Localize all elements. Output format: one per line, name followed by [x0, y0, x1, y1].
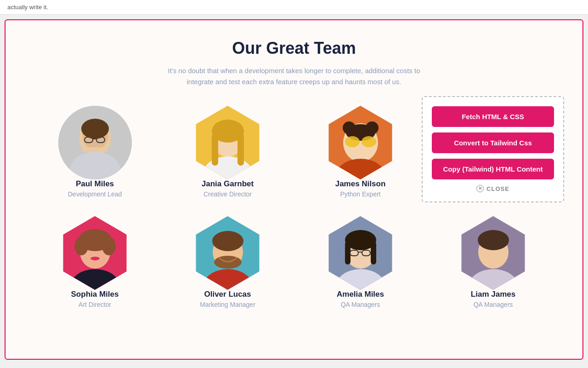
member-role-sophia: Art Director: [79, 301, 111, 308]
fetch-html-btn[interactable]: Fetch HTML & CSS: [432, 106, 554, 127]
member-name-james: James Nilson: [335, 179, 386, 189]
main-container: Our Great Team It's no doubt that when a…: [5, 19, 583, 360]
member-name-oliver: Oliver Lucas: [204, 290, 251, 299]
close-icon: ✕: [476, 185, 484, 192]
avatar-liam: [457, 216, 530, 290]
avatar-svg-jania: [191, 106, 265, 179]
svg-point-35: [90, 257, 100, 260]
team-member-mia: Mia Miles QA Managers Fetch HTML & CSS C…: [431, 106, 555, 198]
team-member-amelia: Amelia Miles QA Managers: [299, 216, 422, 308]
member-name-liam: Liam James: [471, 290, 515, 299]
member-role-james: Python Expert: [340, 190, 381, 198]
avatar-svg-sophia: [58, 216, 132, 290]
avatar-svg-james: [324, 106, 397, 179]
avatar-amelia: [324, 216, 397, 290]
top-bar: actually write it.: [0, 0, 588, 15]
avatar-james: [324, 106, 397, 179]
member-role-jania: Creative Director: [204, 190, 252, 198]
member-role-liam: QA Managers: [474, 301, 513, 308]
member-name-paul: Paul Miles: [76, 179, 114, 189]
team-member-jania: Jania Garnbet Creative Director: [166, 106, 289, 198]
svg-point-33: [74, 237, 88, 255]
avatar-svg-liam: [457, 216, 530, 290]
avatar-oliver: [191, 216, 265, 290]
member-name-amelia: Amelia Miles: [337, 290, 384, 299]
svg-point-22: [362, 136, 376, 147]
topbar-text: actually write it.: [7, 4, 48, 11]
avatar-svg-paul: [58, 106, 132, 179]
avatar-jania: [191, 106, 265, 179]
team-member-sophia: Sophia Miles Art Director: [33, 216, 157, 308]
section-subtitle: It's no doubt that when a development ta…: [156, 65, 432, 87]
copy-tailwind-btn[interactable]: Copy (Tailwind) HTML Content: [432, 159, 554, 179]
svg-rect-4: [82, 147, 108, 152]
svg-rect-13: [212, 133, 218, 166]
avatar-paul: [58, 106, 132, 179]
avatar-svg-oliver: [191, 216, 265, 290]
member-name-sophia: Sophia Miles: [71, 290, 119, 299]
team-grid: Paul Miles Development Lead Jania Garnbe…: [33, 106, 555, 308]
close-btn[interactable]: ✕ CLOSE: [432, 185, 554, 192]
svg-rect-14: [237, 133, 244, 166]
member-role-amelia: QA Managers: [341, 301, 380, 308]
close-label: CLOSE: [486, 185, 509, 192]
member-role-oliver: Marketing Manager: [200, 301, 255, 308]
team-member-oliver: Oliver Lucas Marketing Manager: [166, 216, 289, 308]
svg-point-53: [478, 230, 509, 250]
section-title: Our Great Team: [33, 39, 555, 58]
member-role-paul: Development Lead: [68, 190, 122, 198]
svg-point-39: [212, 231, 243, 251]
avatar-svg-amelia: [324, 216, 397, 290]
svg-point-8: [81, 119, 109, 139]
convert-tailwind-btn[interactable]: Convert to Tailwind Css: [432, 132, 554, 153]
svg-rect-46: [371, 242, 376, 264]
team-member-james: James Nilson Python Expert: [299, 106, 422, 198]
team-member-paul: Paul Miles Development Lead: [33, 106, 157, 198]
svg-point-21: [345, 136, 360, 147]
popup-menu: Fetch HTML & CSS Convert to Tailwind Css…: [422, 96, 564, 202]
member-name-jania: Jania Garnbet: [202, 179, 254, 189]
svg-point-34: [102, 237, 116, 255]
team-member-liam: Liam James QA Managers: [431, 216, 555, 308]
avatar-sophia: [58, 216, 132, 290]
